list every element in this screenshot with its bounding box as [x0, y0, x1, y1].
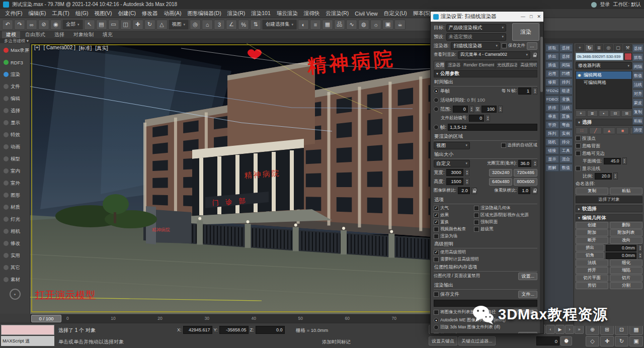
menu-item[interactable]: 渲染101 [248, 10, 274, 17]
edit-geometry-button[interactable]: 创建 [576, 222, 608, 229]
mirror-icon[interactable]: ◐ [298, 20, 309, 30]
plugin-button[interactable]: 置换 [559, 113, 573, 120]
align-icon[interactable]: ≡ [310, 20, 321, 30]
viewport-style-label[interactable]: [标准] [79, 45, 92, 52]
preset-320x240-button[interactable]: 320x240 [489, 169, 513, 177]
spinner-icon[interactable] [465, 178, 469, 185]
time-configuration-button[interactable]: ⌚ [560, 336, 572, 345]
range-radio[interactable] [434, 107, 439, 112]
left-tool-item[interactable]: 渲染 [0, 68, 30, 80]
plugin-button[interactable]: 间隔 [559, 61, 573, 69]
previous-frame-button[interactable]: ‹ [546, 325, 555, 334]
view-to-render-dropdown[interactable]: 四元菜单 4 - Camera002 [458, 51, 530, 59]
dialog-tab[interactable]: 高级照明 [518, 61, 537, 69]
plugin-button[interactable]: 弯曲 [559, 121, 573, 129]
soft-selection-rollout-header[interactable]: 软选择 [576, 205, 642, 212]
selection-checkbox-item[interactable]: 忽略背面 [576, 142, 642, 149]
menu-item[interactable]: 编辑(E) [25, 10, 49, 17]
ifl-radio[interactable] [434, 325, 439, 330]
dialog-tab[interactable]: 公用 [434, 61, 445, 69]
zoom-icon[interactable]: ⊕ [586, 324, 599, 335]
renderer-dropdown[interactable]: 扫描线渲染器 [451, 42, 500, 50]
show-end-result-icon[interactable]: ≣ [587, 110, 598, 117]
signin-button[interactable]: 登录 [600, 1, 610, 8]
reference-coordinate-dropdown[interactable]: 视图 [169, 20, 189, 30]
coord-z-field[interactable]: 0.0 [256, 326, 285, 334]
spinner-icon[interactable] [465, 169, 469, 176]
left-tool-item[interactable]: 灯光 [0, 213, 30, 225]
object-color-swatch[interactable] [624, 53, 632, 60]
plugin-button[interactable]: FFDBOX [545, 96, 559, 103]
named-selection-sets-dropdown[interactable]: 创建选择集 [262, 20, 297, 30]
image-aspect-lock-icon[interactable] [471, 188, 477, 194]
renderer-dots-button[interactable]: … [527, 42, 537, 50]
left-tool-item[interactable]: 模型 [0, 153, 30, 165]
option-checkbox-item[interactable]: 渲染隐藏几何体 [474, 205, 537, 211]
tab-modify[interactable]: ↻ [585, 44, 594, 51]
ribbon-subtab-polygon-modeling[interactable]: 多边形建模 ▾ [0, 38, 644, 43]
ribbon-tab[interactable]: 建模 [2, 31, 20, 38]
preset-dropdown[interactable]: 未选定预设 [446, 33, 506, 41]
orbit-icon[interactable]: ↻ [615, 336, 628, 346]
preset-720x486-button[interactable]: 720x486 [514, 169, 537, 177]
menu-item[interactable]: 修改器 [139, 10, 161, 17]
imsq-radio[interactable]: ● [434, 318, 439, 323]
edit-geometry-button[interactable]: 改向 [610, 237, 642, 244]
use-device-checkbox[interactable] [434, 333, 439, 333]
mini-tool-button[interactable]: 蒙皮 [632, 99, 643, 107]
bind-to-spacewarp-icon[interactable]: ◉ [50, 20, 61, 30]
left-tool-item[interactable]: 素材 [0, 274, 30, 286]
plugin-button[interactable]: 挤出 [545, 53, 559, 60]
plugin-button[interactable]: 法线 [559, 104, 573, 112]
snap-3d-icon[interactable]: 3 [214, 20, 225, 30]
left-tool-item[interactable]: 其它 [0, 262, 30, 274]
plugin-button[interactable]: FFD2x2 [545, 87, 559, 95]
selection-checkbox-item[interactable]: 按顶点 [576, 135, 642, 142]
add-time-tag[interactable]: 添加时间标记 [322, 339, 351, 345]
spinner-icon[interactable] [469, 106, 474, 113]
edit-geometry-button[interactable]: 附加列表 [610, 229, 642, 236]
angle-snap-icon[interactable]: ∠ [226, 20, 237, 30]
ribbon-tab[interactable]: 对象绘制 [69, 31, 98, 38]
aperture-width-field[interactable]: 36.0 [518, 160, 531, 167]
option-checkbox-item[interactable]: 渲染为场 [434, 233, 473, 239]
edge-icon[interactable]: ╱ [589, 127, 602, 134]
tab-hierarchy[interactable]: ≣ [595, 44, 603, 51]
left-tool-item[interactable]: 室内 [0, 165, 30, 177]
spinner-icon[interactable] [486, 115, 490, 122]
edit-geometry-button[interactable]: 切片 [610, 275, 642, 282]
option-checkbox-item[interactable]: ✓ 大气 [434, 205, 473, 211]
tab-motion[interactable]: ◎ [604, 44, 613, 51]
pan-icon[interactable]: ✚ [600, 336, 614, 346]
show-normals-checkbox[interactable]: 显示法线 [576, 165, 642, 172]
range-from-field[interactable]: 0 [453, 106, 468, 113]
move-icon[interactable]: ✚ [132, 20, 143, 30]
edit-geometry-button[interactable]: 剪切 [576, 282, 608, 289]
left-tool-item[interactable]: 动画 [0, 141, 30, 153]
redo-icon[interactable]: ↷ [14, 20, 25, 30]
left-tool-item[interactable]: 显示 [0, 117, 30, 129]
demo-model-link[interactable]: 打开演示模型 [35, 289, 96, 302]
plugin-button[interactable]: 选择 [559, 44, 573, 52]
time-slider-handle[interactable]: 0 / 100 [31, 315, 61, 322]
plugin-button[interactable]: 工具 [559, 147, 573, 154]
maximize-viewport-icon[interactable]: ▣ [629, 336, 643, 346]
left-tool-item[interactable]: RDF3 [0, 56, 30, 68]
bitmap-setup-button[interactable]: 设置... [518, 273, 537, 280]
paste-named-selection-button[interactable]: 粘贴 [610, 188, 642, 195]
modifier-stack-item[interactable]: ◉ 编辑网格 [576, 71, 631, 79]
edit-geometry-button[interactable]: 分割 [610, 282, 642, 289]
dialog-titlebar[interactable]: 渲染设置: 扫描线渲染器 — □ ✕ [431, 12, 543, 22]
coord-y-field[interactable]: -35858.05 [219, 326, 249, 334]
plugin-button[interactable]: 挤排 [545, 104, 559, 112]
option-checkbox-item[interactable]: ✓ 置换 [434, 219, 473, 225]
option-checkbox-item[interactable]: 超级黑 [474, 226, 537, 232]
mini-tool-button[interactable]: 对齐 [632, 90, 643, 98]
spinner-snap-icon[interactable]: ⇅ [250, 20, 261, 30]
image-list-checkbox[interactable] [434, 310, 439, 315]
normals-scale-field[interactable]: 20.0 [595, 173, 612, 180]
frames-list-field[interactable]: 1,3,5-12 [448, 124, 537, 131]
menu-item[interactable]: 创建(C) [115, 10, 139, 17]
save-file-checkbox[interactable] [502, 43, 507, 48]
option-checkbox-item[interactable]: 视频颜色检查 [434, 226, 473, 232]
